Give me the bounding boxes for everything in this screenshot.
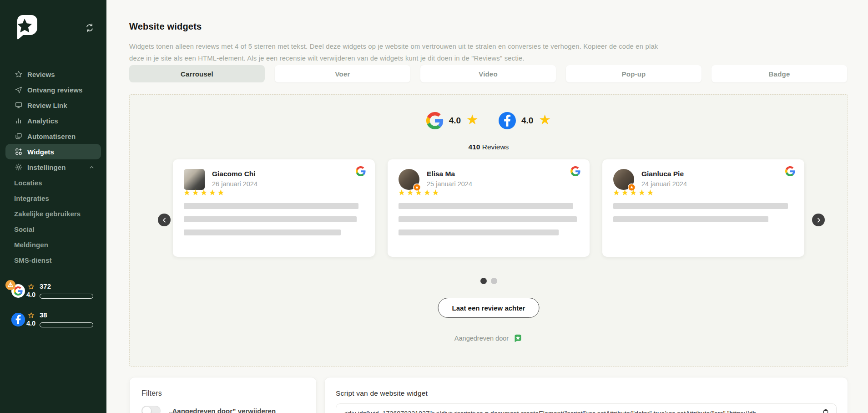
- stat-row-google[interactable]: 3724.0: [0, 279, 106, 307]
- brand-logo: [12, 13, 41, 43]
- sidebar-item-review-link[interactable]: Review Link: [5, 97, 101, 113]
- rating-value: 4.0: [26, 320, 35, 327]
- preview-rating-facebook: 4.0★: [499, 112, 551, 129]
- rating-value: 4.0: [26, 291, 35, 298]
- carousel-next-button[interactable]: [812, 214, 825, 226]
- review-date: 24 januari 2024: [641, 180, 687, 188]
- page-description: Widgets tonen alleen reviews met 4 of 5 …: [129, 41, 668, 64]
- total-reviews: 410 Reviews: [130, 143, 848, 151]
- sidebar-item-reviews[interactable]: Reviews: [5, 66, 101, 82]
- sidebar-item-sms-dienst[interactable]: SMS-dienst: [5, 252, 101, 268]
- copy-icon[interactable]: [821, 408, 830, 413]
- google-icon: [570, 166, 580, 176]
- tab-video[interactable]: Video: [420, 65, 556, 82]
- sidebar-item-label: Locaties: [14, 179, 42, 187]
- tab-voer[interactable]: Voer: [275, 65, 410, 82]
- star-icon: [15, 70, 23, 78]
- sidebar: ReviewsOntvang reviewsReview LinkAnalyti…: [0, 0, 106, 413]
- sidebar-item-label: Automatiseren: [27, 133, 76, 140]
- refresh-icon[interactable]: [85, 23, 95, 33]
- sidebar-item-label: Reviews: [27, 71, 55, 78]
- sidebar-item-analytics[interactable]: Analytics: [5, 113, 101, 128]
- toggle-knob: [142, 407, 151, 413]
- facebook-icon: [499, 112, 516, 129]
- monitor-icon: [15, 101, 23, 109]
- rating-value: 4.0: [449, 116, 461, 126]
- rating-value: 4.0: [521, 116, 533, 126]
- script-panel-title: Script van de website widget: [325, 377, 848, 398]
- sidebar-item-label: Social: [14, 225, 35, 233]
- widget-script-code[interactable]: <div id="wid_1726078321837"></div><scrip…: [336, 403, 837, 413]
- widget-type-tabs: CarrouselVoerVideoPop-upBadge: [129, 65, 847, 82]
- sidebar-item-label: Integraties: [14, 194, 49, 202]
- avatar: [399, 169, 419, 190]
- total-reviews-count: 410: [469, 143, 480, 151]
- review-card: Elisa Ma25 januari 2024★★★★★: [388, 159, 590, 257]
- filters-panel: Filters „Aangedreven door” verwijderen: [129, 377, 317, 413]
- powered-by-label: Aangedreven door: [454, 335, 509, 342]
- sidebar-item-label: Review Link: [27, 102, 67, 109]
- remove-powered-by-toggle[interactable]: [141, 406, 161, 413]
- sidebar-item-label: Analytics: [27, 117, 58, 125]
- rating-progress-bar: [40, 294, 93, 299]
- carousel-dots: [130, 278, 848, 284]
- widgets-icon: [15, 148, 23, 156]
- carousel-dot[interactable]: [491, 278, 497, 284]
- send-icon: [15, 86, 23, 94]
- stat-row-facebook[interactable]: 384.0: [0, 307, 106, 336]
- filters-title: Filters: [130, 377, 316, 398]
- sidebar-item-automatiseren[interactable]: Automatiseren: [5, 128, 101, 144]
- reviewer-name: Gianluca Pie: [641, 170, 684, 178]
- star-outline-icon: [28, 312, 35, 319]
- sidebar-item-label: SMS-dienst: [14, 256, 52, 264]
- widget-preview: 4.0★4.0★ 410 Reviews Giacomo Chi26 janua…: [129, 94, 848, 367]
- review-text-placeholder: [613, 203, 793, 229]
- avatar: [184, 169, 205, 190]
- review-cards: Giacomo Chi26 januari 2024★★★★★Elisa Ma2…: [130, 159, 848, 257]
- tab-badge[interactable]: Badge: [712, 65, 847, 82]
- review-count: 38: [40, 311, 47, 319]
- sidebar-item-widgets[interactable]: Widgets: [5, 144, 101, 159]
- star-icon: ★: [539, 113, 551, 127]
- gear-icon: [15, 163, 23, 171]
- review-card: Gianluca Pie24 januari 2024★★★★★: [602, 159, 804, 257]
- tab-label: Carrousel: [181, 70, 213, 78]
- reviewer-name: Elisa Ma: [427, 170, 455, 178]
- script-panel: Script van de website widget <div id="wi…: [324, 377, 848, 413]
- google-icon: [785, 166, 795, 176]
- reviewer-name: Giacomo Chi: [212, 170, 256, 178]
- review-card: Giacomo Chi26 januari 2024★★★★★: [173, 159, 375, 257]
- sidebar-item-integraties[interactable]: Integraties: [5, 190, 101, 206]
- app: ReviewsOntvang reviewsReview LinkAnalyti…: [0, 0, 868, 413]
- google-icon: [426, 112, 444, 129]
- tab-label: Voer: [335, 70, 350, 78]
- sidebar-item-label: Widgets: [27, 148, 54, 156]
- review-date: 26 januari 2024: [212, 180, 257, 188]
- carousel-prev-button[interactable]: [158, 214, 171, 226]
- review-count: 372: [40, 282, 51, 290]
- brand-badge-icon: [513, 333, 523, 343]
- tab-pop-up[interactable]: Pop-up: [566, 65, 701, 82]
- toggle-label: „Aangedreven door” verwijderen: [169, 407, 276, 413]
- carousel-dot[interactable]: [480, 278, 487, 284]
- sidebar-item-label: Instellingen: [27, 163, 66, 171]
- automate-icon: [15, 132, 23, 140]
- review-text-placeholder: [184, 203, 364, 243]
- sidebar-item-locaties[interactable]: Locaties: [5, 175, 101, 190]
- leave-review-button[interactable]: Laat een review achter: [438, 298, 540, 318]
- preview-rating-google: 4.0★: [426, 112, 479, 129]
- sidebar-item-meldingen[interactable]: Meldingen: [5, 237, 101, 252]
- star-outline-icon: [28, 283, 35, 290]
- sidebar-item-label: Ontvang reviews: [27, 86, 83, 94]
- sidebar-menu: ReviewsOntvang reviewsReview LinkAnalyti…: [0, 66, 106, 268]
- rating-progress-bar: [40, 322, 93, 327]
- tab-carrousel[interactable]: Carrousel: [129, 65, 265, 82]
- sidebar-item-instellingen[interactable]: Instellingen: [5, 159, 101, 175]
- chevron-up-icon: [89, 164, 95, 170]
- sidebar-item-social[interactable]: Social: [5, 221, 101, 237]
- sidebar-item-zakelijke-gebruikers[interactable]: Zakelijke gebruikers: [5, 206, 101, 221]
- sidebar-item-ontvang-reviews[interactable]: Ontvang reviews: [5, 82, 101, 97]
- chart-icon: [15, 117, 23, 125]
- tab-label: Video: [479, 70, 498, 78]
- powered-by-toggle-row: „Aangedreven door” verwijderen: [141, 406, 276, 413]
